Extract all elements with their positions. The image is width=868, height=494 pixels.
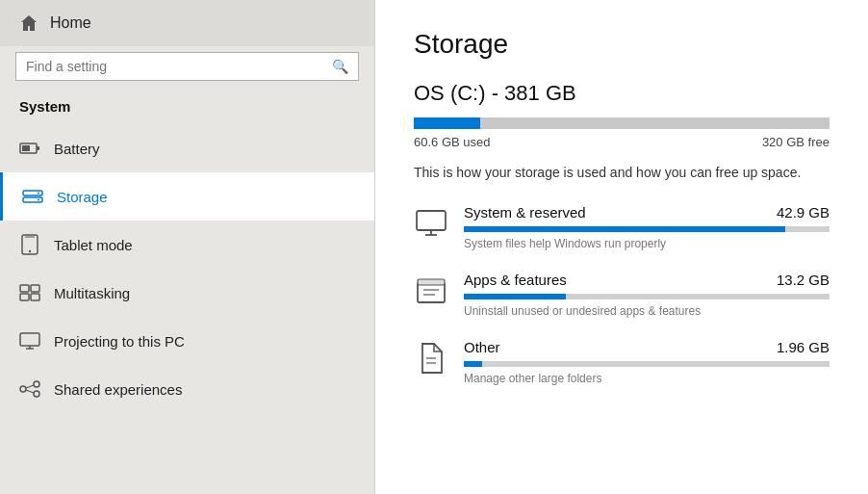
sidebar-item-battery-label: Battery (54, 141, 100, 157)
storage-bar-used (414, 117, 480, 129)
storage-item-apps-header: Apps & features 13.2 GB (464, 272, 830, 288)
sidebar-item-battery[interactable]: Battery (0, 124, 374, 172)
search-icon: 🔍 (332, 59, 348, 74)
storage-item-other[interactable]: Other 1.96 GB Manage other large folders (414, 339, 830, 385)
home-icon (19, 13, 38, 33)
search-input[interactable] (26, 59, 324, 74)
free-label: 320 GB free (762, 135, 830, 149)
sidebar-item-multitasking-label: Multitasking (54, 285, 130, 301)
storage-item-other-name: Other (464, 339, 500, 355)
drive-title: OS (C:) - 381 GB (414, 81, 830, 106)
sidebar-item-projecting-label: Projecting to this PC (54, 333, 185, 350)
main-content: Storage OS (C:) - 381 GB 60.6 GB used 32… (375, 0, 868, 494)
storage-item-system-size: 42.9 GB (777, 204, 830, 221)
svg-point-19 (34, 391, 39, 397)
tablet-icon (19, 234, 40, 255)
storage-bar-labels: 60.6 GB used 320 GB free (414, 135, 830, 149)
search-box[interactable]: 🔍 (15, 52, 359, 81)
svg-rect-1 (22, 145, 30, 151)
sidebar: Home 🔍 System Battery Storage (0, 0, 375, 494)
storage-item-system-bar (464, 226, 830, 232)
storage-item-system-header: System & reserved 42.9 GB (464, 204, 830, 221)
sidebar-item-projecting[interactable]: Projecting to this PC (0, 317, 374, 365)
storage-item-apps-bar (464, 294, 830, 299)
svg-point-17 (20, 386, 26, 392)
storage-item-apps-sub: Uninstall unused or undesired apps & fea… (464, 304, 830, 318)
svg-point-18 (34, 381, 39, 387)
shared-icon (19, 378, 40, 400)
storage-item-apps-bar-fill (464, 294, 566, 299)
battery-icon (19, 138, 40, 159)
sidebar-item-tablet-label: Tablet mode (54, 237, 133, 253)
svg-rect-2 (37, 146, 39, 150)
multitasking-icon (19, 282, 40, 303)
home-label: Home (50, 14, 91, 32)
svg-rect-11 (31, 285, 39, 292)
sidebar-item-storage[interactable]: Storage (0, 172, 374, 221)
apps-icon (414, 273, 448, 308)
storage-description: This is how your storage is used and how… (414, 163, 830, 183)
projecting-icon (19, 330, 40, 351)
svg-rect-14 (20, 333, 39, 346)
storage-item-other-size: 1.96 GB (777, 339, 830, 355)
storage-item-system-name: System & reserved (464, 204, 586, 221)
storage-item-other-sub: Manage other large folders (464, 372, 830, 385)
section-label: System (0, 94, 374, 124)
svg-rect-12 (20, 294, 29, 300)
svg-rect-22 (417, 211, 446, 230)
sidebar-item-shared[interactable]: Shared experiences (0, 365, 374, 413)
storage-item-other-bar (464, 361, 830, 367)
storage-item-apps-details: Apps & features 13.2 GB Uninstall unused… (464, 272, 830, 318)
svg-rect-13 (31, 294, 39, 300)
storage-item-other-details: Other 1.96 GB Manage other large folders (464, 339, 830, 385)
storage-item-apps-size: 13.2 GB (777, 272, 830, 288)
storage-item-other-bar-fill (464, 361, 482, 367)
page-title: Storage (414, 29, 830, 60)
storage-item-system-bar-fill (464, 226, 785, 232)
storage-item-apps[interactable]: Apps & features 13.2 GB Uninstall unused… (414, 272, 830, 318)
sidebar-item-tablet[interactable]: Tablet mode (0, 221, 374, 269)
storage-item-system[interactable]: System & reserved 42.9 GB System files h… (414, 204, 830, 250)
system-icon (414, 206, 448, 241)
svg-rect-25 (418, 283, 445, 302)
storage-item-other-header: Other 1.96 GB (464, 339, 830, 355)
storage-item-apps-name: Apps & features (464, 272, 567, 288)
svg-point-8 (29, 250, 31, 252)
sidebar-home[interactable]: Home (0, 0, 374, 46)
storage-item-system-details: System & reserved 42.9 GB System files h… (464, 204, 830, 250)
other-icon (414, 341, 448, 376)
svg-line-20 (26, 385, 34, 388)
used-label: 60.6 GB used (414, 135, 491, 149)
sidebar-item-multitasking[interactable]: Multitasking (0, 269, 374, 317)
svg-line-21 (26, 390, 34, 393)
sidebar-item-shared-label: Shared experiences (54, 381, 182, 398)
svg-point-6 (38, 199, 39, 201)
svg-rect-10 (20, 285, 29, 292)
storage-item-system-sub: System files help Windows run properly (464, 237, 830, 250)
storage-bar (414, 117, 830, 129)
sidebar-item-storage-label: Storage (57, 189, 108, 205)
svg-point-5 (38, 193, 39, 195)
svg-rect-26 (418, 279, 445, 285)
storage-icon (22, 186, 43, 207)
